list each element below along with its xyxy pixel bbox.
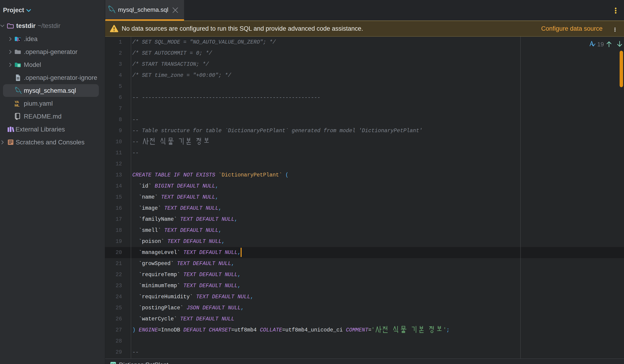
- svg-text:ML: ML: [15, 103, 19, 107]
